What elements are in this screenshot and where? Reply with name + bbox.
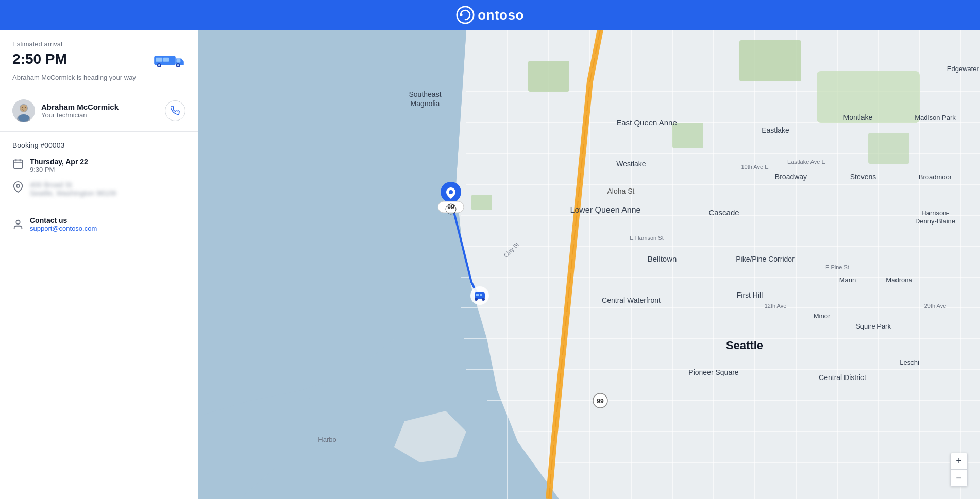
arrival-time: 2:50 PM xyxy=(12,51,67,67)
svg-point-69 xyxy=(482,298,485,301)
tech-details: Abraham McCormick Your technician xyxy=(41,102,119,119)
svg-rect-8 xyxy=(156,58,162,62)
svg-rect-17 xyxy=(14,160,23,169)
svg-text:Cascade: Cascade xyxy=(708,208,739,217)
svg-rect-3 xyxy=(176,59,180,62)
zoom-in-button[interactable]: + xyxy=(951,453,967,470)
booking-number: Booking #00003 xyxy=(12,141,185,149)
contact-section: Contact us support@contoso.com xyxy=(0,207,198,242)
svg-text:99: 99 xyxy=(597,398,604,405)
svg-text:Lower Queen Anne: Lower Queen Anne xyxy=(570,205,641,214)
arrival-section: Estimated arrival 2:50 PM Abraham McCorm… xyxy=(0,30,198,90)
svg-point-15 xyxy=(25,107,26,108)
svg-rect-67 xyxy=(480,294,482,296)
svg-text:10th Ave E: 10th Ave E xyxy=(741,164,768,170)
avatar-image xyxy=(12,99,35,122)
call-button[interactable] xyxy=(165,100,185,121)
svg-point-7 xyxy=(177,64,179,66)
zoom-out-button[interactable]: − xyxy=(951,470,967,486)
logo: ontoso xyxy=(456,6,524,24)
svg-point-1 xyxy=(460,13,462,16)
svg-rect-53 xyxy=(528,61,569,92)
svg-text:Central District: Central District xyxy=(819,373,866,382)
svg-text:Belltown: Belltown xyxy=(648,254,677,263)
calendar-icon xyxy=(12,158,24,169)
svg-text:Harrison-: Harrison- xyxy=(921,209,949,217)
svg-text:Westlake: Westlake xyxy=(616,160,646,168)
estimated-arrival-label: Estimated arrival xyxy=(12,40,185,48)
svg-text:Edgewater P: Edgewater P xyxy=(947,65,980,73)
svg-point-16 xyxy=(18,114,29,122)
svg-rect-57 xyxy=(868,133,909,164)
contact-label: Contact us xyxy=(30,216,97,225)
svg-rect-56 xyxy=(672,123,703,148)
svg-point-22 xyxy=(16,220,20,223)
booking-address-row: 400 Broad St Seattle, Washington 98109 xyxy=(12,181,185,197)
arrival-row: 2:50 PM xyxy=(12,50,185,68)
svg-text:First Hill: First Hill xyxy=(737,291,763,299)
booking-date: Thursday, Apr 22 xyxy=(30,158,88,166)
svg-point-14 xyxy=(22,107,23,108)
svg-text:12th Ave: 12th Ave xyxy=(765,303,787,309)
svg-rect-66 xyxy=(476,294,479,296)
person-icon xyxy=(12,219,24,230)
svg-point-68 xyxy=(475,298,478,301)
heading-text: Abraham McCormick is heading your way xyxy=(12,74,185,81)
svg-text:Eastlake: Eastlake xyxy=(762,126,789,134)
contact-email[interactable]: support@contoso.com xyxy=(30,225,97,232)
svg-rect-58 xyxy=(471,195,492,210)
booking-section: Booking #00003 Thursday, Apr 22 9:30 PM xyxy=(0,132,198,207)
location-icon xyxy=(12,181,24,193)
phone-icon xyxy=(171,106,180,115)
svg-text:Leschi: Leschi xyxy=(900,358,919,366)
map-area: 99 Southeast Magnolia East Queen Anne We… xyxy=(198,30,980,499)
address-detail: 400 Broad St Seattle, Washington 98109 xyxy=(30,181,116,197)
svg-text:Montlake: Montlake xyxy=(843,113,873,122)
svg-text:East Queen Anne: East Queen Anne xyxy=(616,118,677,127)
booking-time: 9:30 PM xyxy=(30,166,88,174)
svg-text:Squire Park: Squire Park xyxy=(856,322,891,330)
address-line1: 400 Broad St xyxy=(30,181,116,189)
main-content: Estimated arrival 2:50 PM Abraham McCorm… xyxy=(0,30,980,499)
svg-text:Broadmoor: Broadmoor xyxy=(919,173,952,181)
svg-point-13 xyxy=(20,105,27,112)
svg-text:Southeast: Southeast xyxy=(409,90,441,98)
app-header: ontoso xyxy=(0,0,980,30)
svg-text:Aloha St: Aloha St xyxy=(607,187,635,195)
svg-text:Seattle: Seattle xyxy=(726,339,763,352)
contoso-logo-icon xyxy=(456,6,475,24)
svg-text:Minor: Minor xyxy=(814,312,831,320)
tech-role: Your technician xyxy=(41,111,119,119)
map: 99 Southeast Magnolia East Queen Anne We… xyxy=(198,30,980,499)
svg-rect-9 xyxy=(163,58,169,62)
svg-point-21 xyxy=(16,184,20,187)
svg-point-60 xyxy=(449,190,453,194)
svg-text:Broadway: Broadway xyxy=(775,173,807,181)
booking-date-row: Thursday, Apr 22 9:30 PM xyxy=(12,158,185,174)
van-icon xyxy=(153,50,185,68)
logo-text: ontoso xyxy=(478,7,524,23)
svg-text:Eastlake Ave E: Eastlake Ave E xyxy=(787,159,825,165)
svg-text:Madison Park: Madison Park xyxy=(915,114,956,122)
svg-text:Madrona: Madrona xyxy=(886,276,913,284)
svg-text:Denny-Blaine: Denny-Blaine xyxy=(915,217,955,225)
date-detail: Thursday, Apr 22 9:30 PM xyxy=(30,158,88,174)
svg-text:29th Ave: 29th Ave xyxy=(924,303,947,309)
svg-text:Pike/Pine Corridor: Pike/Pine Corridor xyxy=(736,255,795,263)
svg-point-0 xyxy=(457,7,474,23)
zoom-controls: + − xyxy=(950,453,968,487)
sidebar: Estimated arrival 2:50 PM Abraham McCorm… xyxy=(0,30,198,499)
avatar xyxy=(12,99,35,122)
svg-text:Harbo: Harbo xyxy=(318,436,336,443)
technician-section: Abraham McCormick Your technician xyxy=(0,90,198,132)
svg-text:E Pine St: E Pine St xyxy=(825,264,849,270)
vehicle-icon xyxy=(470,286,489,305)
tech-name: Abraham McCormick xyxy=(41,102,119,111)
svg-text:E Harrison St: E Harrison St xyxy=(630,235,663,241)
svg-text:Stevens: Stevens xyxy=(850,173,876,181)
svg-text:Pioneer Square: Pioneer Square xyxy=(688,368,739,376)
svg-text:Central Waterfront: Central Waterfront xyxy=(602,296,661,304)
svg-text:Mann: Mann xyxy=(839,276,856,284)
contact-details: Contact us support@contoso.com xyxy=(30,216,97,232)
svg-point-5 xyxy=(158,64,160,66)
